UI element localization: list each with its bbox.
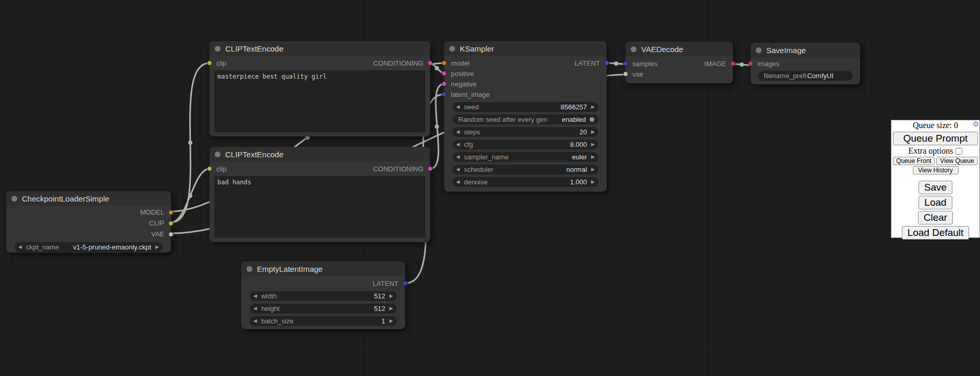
decrement-arrow-icon[interactable]: ◀ [253,294,257,298]
denoise-widget[interactable]: ◀ denoise 1.000 ▶ [452,177,598,187]
increment-arrow-icon[interactable]: ▶ [389,319,393,323]
node-clip-text-encode-negative[interactable]: CLIPTextEncode clip CONDITIONING bad han… [210,147,430,242]
link-midpoint-dot [435,124,439,129]
load-default-button[interactable]: Load Default [902,226,970,240]
increment-arrow-icon[interactable]: ▶ [389,294,393,298]
decrement-arrow-icon[interactable]: ◀ [253,319,257,323]
node-title-bar[interactable]: CLIPTextEncode [210,41,430,56]
input-slot-image-icon[interactable] [748,61,753,66]
input-slot-conditioning-icon[interactable] [442,81,447,86]
output-slot-latent-icon[interactable] [402,281,408,286]
collapse-dot-icon[interactable] [756,47,762,53]
output-slot-label: LATENT [373,280,398,287]
input-slot-model-icon[interactable] [442,60,447,66]
load-button[interactable]: Load [918,196,952,209]
node-vae-decode[interactable]: VAEDecode samples IMAGE vae [626,42,733,83]
input-slot-vae-icon[interactable] [623,71,628,77]
extra-options-checkbox[interactable] [956,148,962,155]
widget-value: 1.000 [570,178,587,186]
node-title-bar[interactable]: CheckpointLoaderSimple [6,191,171,206]
collapse-dot-icon[interactable] [11,196,17,202]
save-button[interactable]: Save [918,181,952,194]
increment-arrow-icon[interactable]: ▶ [389,306,393,311]
input-slot-clip-icon[interactable] [207,60,212,66]
output-slot-latent-icon[interactable] [604,60,609,66]
node-title-bar[interactable]: KSampler [444,41,607,56]
input-slot-label: vae [632,70,643,78]
collapse-dot-icon[interactable] [449,46,455,52]
height-widget[interactable]: ◀ height 512 ▶ [250,304,397,314]
increment-arrow-icon[interactable]: ▶ [591,105,595,109]
node-title: SaveImage [766,46,806,55]
queue-front-button[interactable]: Queue Front [893,157,935,165]
slot-row: LATENT [241,278,405,289]
seed-widget[interactable]: ◀ seed 8566257 ▶ [452,102,598,112]
increment-arrow-icon[interactable]: ▶ [591,130,595,134]
decrement-arrow-icon[interactable]: ◀ [456,167,460,172]
collapse-dot-icon[interactable] [215,46,220,52]
increment-arrow-icon[interactable]: ▶ [591,180,595,184]
node-title-bar[interactable]: VAEDecode [626,42,733,56]
output-slot-conditioning-icon[interactable] [427,60,433,66]
increment-arrow-icon[interactable]: ▶ [155,245,159,249]
decrement-arrow-icon[interactable]: ◀ [456,142,460,147]
input-slot-label: images [757,60,779,68]
node-title-bar[interactable]: SaveImage [751,43,860,57]
input-slot-conditioning-icon[interactable] [442,71,447,76]
increment-arrow-icon[interactable]: ▶ [591,142,595,147]
widget-value: ComfyUI [807,72,834,80]
prompt-textarea[interactable]: masterpiece best quality girl [214,70,425,132]
node-title-bar[interactable]: EmptyLatentImage [241,261,405,276]
filename-prefix-widget[interactable]: filename_prefix ComfyUI [758,71,853,81]
input-slot-latent-icon[interactable] [442,92,447,97]
cfg-widget[interactable]: ◀ cfg 8.000 ▶ [452,140,598,149]
node-empty-latent-image[interactable]: EmptyLatentImage LATENT ◀ width 512 ▶ ◀ … [241,261,405,329]
decrement-arrow-icon[interactable]: ◀ [456,180,460,184]
width-widget[interactable]: ◀ width 512 ▶ [250,291,397,301]
input-slot-latent-icon[interactable] [623,61,628,66]
scheduler-widget[interactable]: ◀ scheduler normal ▶ [452,165,598,174]
view-history-button[interactable]: View History [913,166,959,174]
clear-button[interactable]: Clear [918,211,953,224]
widget-label: height [261,305,374,312]
node-ksampler[interactable]: KSampler model LATENT positive negative … [444,41,607,192]
steps-widget[interactable]: ◀ steps 20 ▶ [452,127,598,137]
slot-row: images [751,58,860,69]
node-title-bar[interactable]: CLIPTextEncode [210,147,430,161]
settings-gear-icon[interactable]: ⚙ [972,121,979,128]
output-slot-clip-icon[interactable] [168,221,174,226]
widget-value: 512 [374,292,385,300]
batch-size-widget[interactable]: ◀ batch_size 1 ▶ [250,316,397,326]
increment-arrow-icon[interactable]: ▶ [591,155,595,159]
output-slot-model-icon[interactable] [168,210,174,215]
decrement-arrow-icon[interactable]: ◀ [253,306,257,311]
node-clip-text-encode-positive[interactable]: CLIPTextEncode clip CONDITIONING masterp… [210,41,430,136]
node-save-image[interactable]: SaveImage images filename_prefix ComfyUI [751,43,860,84]
increment-arrow-icon[interactable]: ▶ [591,167,595,172]
collapse-dot-icon[interactable] [631,46,636,52]
output-slot-image-icon[interactable] [730,61,736,66]
decrement-arrow-icon[interactable]: ◀ [18,245,22,249]
output-slot-label: CONDITIONING [373,165,423,173]
decrement-arrow-icon[interactable]: ◀ [456,155,460,159]
decrement-arrow-icon[interactable]: ◀ [456,105,460,109]
node-title: CLIPTextEncode [225,44,284,53]
view-queue-button[interactable]: View Queue [936,157,978,165]
toggle-dot-icon[interactable] [589,117,595,122]
prompt-textarea[interactable]: bad hands [214,176,425,238]
sampler-name-widget[interactable]: ◀ sampler_name euler ▶ [452,152,598,162]
random-seed-toggle-widget[interactable]: Random seed after every gen enabled [452,115,598,124]
node-title: KSampler [460,44,494,53]
widget-label: width [261,292,374,300]
node-checkpoint-loader[interactable]: CheckpointLoaderSimple MODEL CLIP VAE ◀ … [6,191,171,253]
ckpt-name-widget[interactable]: ◀ ckpt_name v1-5-pruned-emaonly.ckpt ▶ [15,242,163,252]
input-slot-clip-icon[interactable] [207,166,212,171]
collapse-dot-icon[interactable] [247,266,252,272]
output-slot-conditioning-icon[interactable] [427,166,433,171]
graph-canvas[interactable]: CheckpointLoaderSimple MODEL CLIP VAE ◀ … [0,0,980,376]
decrement-arrow-icon[interactable]: ◀ [456,130,460,134]
collapse-dot-icon[interactable] [215,152,220,157]
output-slot-vae-icon[interactable] [168,232,174,237]
queue-prompt-button[interactable]: Queue Prompt [893,132,978,145]
node-title: VAEDecode [641,45,683,54]
